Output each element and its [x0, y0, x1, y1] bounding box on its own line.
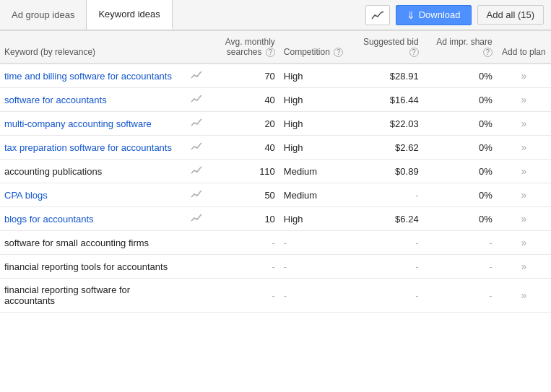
avg-monthly-cell: - — [209, 255, 279, 279]
keyword-link[interactable]: tax preparation software for accountants — [4, 142, 172, 153]
add-to-plan-cell[interactable]: » — [497, 160, 551, 183]
ad-impr-share-cell: 0% — [423, 207, 497, 231]
ad-impr-share-cell: - — [423, 279, 497, 313]
suggested-bid-cell: - — [350, 231, 423, 255]
chart-trend-icon[interactable] — [186, 112, 209, 136]
top-bar: Ad group ideas Keyword ideas ⇓ Download … — [0, 0, 551, 30]
chart-icon — [371, 10, 384, 20]
keyword-cell: CPA blogs — [0, 183, 186, 207]
avg-monthly-cell: 40 — [209, 88, 279, 112]
suggested-bid-cell: $6.24 — [350, 207, 423, 231]
header-suggested-bid: Suggested bid ? — [350, 31, 423, 64]
table-row: time and billing software for accountant… — [0, 64, 551, 88]
competition-cell: High — [279, 136, 350, 160]
tab-ad-group-label: Ad group ideas — [12, 9, 74, 20]
keyword-cell: tax preparation software for accountants — [0, 136, 186, 160]
keyword-link[interactable]: time and billing software for accountant… — [4, 71, 172, 82]
chart-trend-icon[interactable] — [186, 88, 209, 112]
ad-impr-help-icon[interactable]: ? — [483, 48, 493, 57]
ad-impr-share-cell: 0% — [423, 64, 497, 88]
suggested-bid-cell: $22.03 — [350, 112, 423, 136]
keyword-cell: software for small accounting firms — [0, 231, 186, 255]
suggested-bid-cell: - — [350, 255, 423, 279]
add-to-plan-cell[interactable]: » — [497, 88, 551, 112]
table-row: multi-company accounting software20High$… — [0, 112, 551, 136]
avg-monthly-cell: - — [209, 279, 279, 313]
competition-cell: High — [279, 64, 350, 88]
header-chart-icon — [186, 31, 209, 64]
add-to-plan-cell[interactable]: » — [497, 279, 551, 313]
competition-help-icon[interactable]: ? — [334, 48, 343, 57]
competition-cell: - — [279, 279, 350, 313]
add-to-plan-cell[interactable]: » — [497, 136, 551, 160]
competition-cell: High — [279, 88, 350, 112]
chart-trend-icon[interactable] — [186, 207, 209, 231]
competition-cell: High — [279, 112, 350, 136]
add-to-plan-cell[interactable]: » — [497, 64, 551, 88]
keyword-cell: accounting publications — [0, 160, 186, 183]
avg-monthly-cell: - — [209, 231, 279, 255]
keyword-cell: blogs for accountants — [0, 207, 186, 231]
chart-trend-icon[interactable] — [186, 160, 209, 183]
suggested-bid-cell: $0.89 — [350, 160, 423, 183]
competition-cell: - — [279, 255, 350, 279]
avg-monthly-cell: 10 — [209, 207, 279, 231]
table-body: time and billing software for accountant… — [0, 64, 551, 313]
avg-monthly-help-icon[interactable]: ? — [266, 48, 275, 57]
tab-keyword-ideas[interactable]: Keyword ideas — [87, 0, 172, 30]
add-all-button[interactable]: Add all (15) — [477, 5, 544, 25]
avg-monthly-cell: 20 — [209, 112, 279, 136]
chart-trend-icon[interactable] — [186, 183, 209, 207]
table-row: accounting publications110Medium$0.890%» — [0, 160, 551, 183]
header-keyword: Keyword (by relevance) — [0, 31, 186, 64]
chart-icon-button[interactable] — [365, 5, 390, 25]
chart-trend-icon — [186, 255, 209, 279]
add-to-plan-cell[interactable]: » — [497, 183, 551, 207]
header-avg-monthly: Avg. monthly searches ? — [209, 31, 279, 64]
download-button[interactable]: ⇓ Download — [396, 5, 472, 25]
keyword-cell: multi-company accounting software — [0, 112, 186, 136]
chart-trend-icon — [186, 231, 209, 255]
table-row: tax preparation software for accountants… — [0, 136, 551, 160]
add-all-label: Add all (15) — [487, 9, 534, 20]
avg-monthly-cell: 50 — [209, 183, 279, 207]
keyword-cell: time and billing software for accountant… — [0, 64, 186, 88]
table-row: blogs for accountants10High$6.240%» — [0, 207, 551, 231]
table-row: CPA blogs50Medium-0%» — [0, 183, 551, 207]
keyword-cell: software for accountants — [0, 88, 186, 112]
suggested-bid-help-icon[interactable]: ? — [409, 48, 419, 57]
header-competition: Competition ? — [279, 31, 350, 64]
keyword-link[interactable]: multi-company accounting software — [4, 118, 152, 129]
header-add-to-plan: Add to plan — [497, 31, 551, 64]
table-header-row: Keyword (by relevance) Avg. monthly sear… — [0, 31, 551, 64]
keyword-cell: financial reporting software for account… — [0, 279, 186, 313]
add-to-plan-cell[interactable]: » — [497, 112, 551, 136]
table-row: financial reporting tools for accountant… — [0, 255, 551, 279]
tab-spacer — [173, 0, 358, 30]
ad-impr-share-cell: 0% — [423, 112, 497, 136]
chart-trend-icon — [186, 279, 209, 313]
chart-trend-icon[interactable] — [186, 136, 209, 160]
chart-trend-icon[interactable] — [186, 64, 209, 88]
competition-cell: - — [279, 231, 350, 255]
competition-cell: Medium — [279, 183, 350, 207]
table-row: financial reporting software for account… — [0, 279, 551, 313]
keyword-link[interactable]: software for accountants — [4, 95, 107, 105]
table-row: software for small accounting firms----» — [0, 231, 551, 255]
add-to-plan-cell[interactable]: » — [497, 231, 551, 255]
ad-impr-share-cell: 0% — [423, 183, 497, 207]
ad-impr-share-cell: 0% — [423, 160, 497, 183]
table-row: software for accountants40High$16.440%» — [0, 88, 551, 112]
keywords-table: Keyword (by relevance) Avg. monthly sear… — [0, 30, 551, 313]
keyword-link[interactable]: CPA blogs — [4, 190, 48, 201]
ad-impr-share-cell: 0% — [423, 136, 497, 160]
tab-ad-group-ideas[interactable]: Ad group ideas — [0, 0, 87, 30]
add-to-plan-cell[interactable]: » — [497, 207, 551, 231]
add-to-plan-cell[interactable]: » — [497, 255, 551, 279]
suggested-bid-cell: - — [350, 183, 423, 207]
ad-impr-share-cell: - — [423, 231, 497, 255]
ad-impr-share-cell: 0% — [423, 88, 497, 112]
keyword-link[interactable]: blogs for accountants — [4, 214, 94, 225]
suggested-bid-cell: $2.62 — [350, 136, 423, 160]
tab-keyword-label: Keyword ideas — [98, 9, 160, 19]
